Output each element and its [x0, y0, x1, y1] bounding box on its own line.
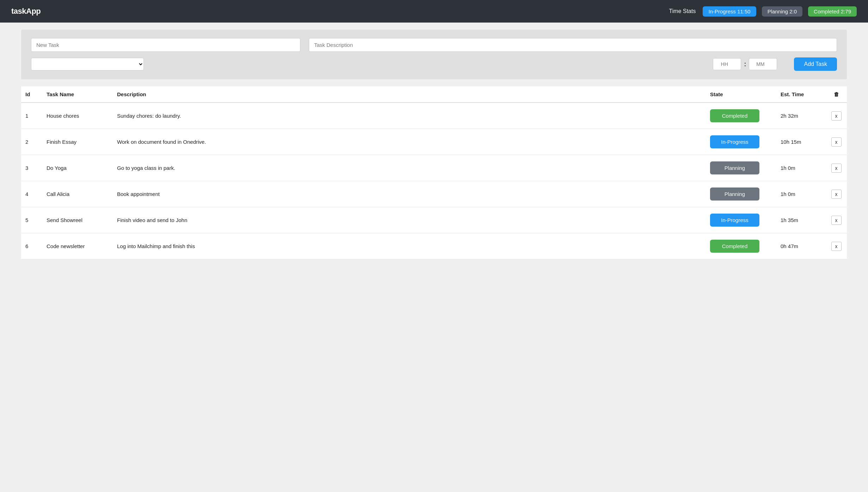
cell-time: 1h 0m	[776, 181, 826, 207]
delete-button[interactable]: x	[831, 164, 842, 173]
col-header-id: Id	[21, 86, 42, 103]
minutes-input[interactable]	[749, 58, 777, 70]
cell-time: 2h 32m	[776, 103, 826, 129]
cell-delete: x	[826, 155, 847, 181]
app-header: taskApp Time Stats In-Progress 11:50 Pla…	[0, 0, 868, 23]
task-name-input[interactable]	[31, 38, 300, 52]
table-row: 4 Call Alicia Book appointment Planning …	[21, 181, 847, 207]
cell-name: Do Yoga	[42, 155, 113, 181]
cell-desc: Log into Mailchimp and finish this	[113, 233, 706, 259]
table-row: 5 Send Showreel Finish video and send to…	[21, 207, 847, 233]
delete-button[interactable]: x	[831, 190, 842, 199]
table-row: 3 Do Yoga Go to yoga class in park. Plan…	[21, 155, 847, 181]
state-button[interactable]: Planning	[710, 187, 759, 201]
cell-delete: x	[826, 129, 847, 155]
cell-name: House chores	[42, 103, 113, 129]
cell-time: 0h 47m	[776, 233, 826, 259]
state-button[interactable]: Completed	[710, 109, 759, 122]
cell-desc: Work on document found in Onedrive.	[113, 129, 706, 155]
cell-name: Call Alicia	[42, 181, 113, 207]
stats-label: Time Stats	[669, 8, 696, 14]
cell-state: Planning	[706, 155, 776, 181]
table-row: 1 House chores Sunday chores: do laundry…	[21, 103, 847, 129]
state-button[interactable]: Completed	[710, 240, 759, 253]
completed-badge[interactable]: Completed 2:79	[808, 6, 857, 17]
header-stats: Time Stats In-Progress 11:50 Planning 2:…	[669, 6, 857, 17]
cell-time: 1h 0m	[776, 155, 826, 181]
cell-state: Completed	[706, 233, 776, 259]
hours-input[interactable]	[713, 58, 741, 70]
delete-button[interactable]: x	[831, 137, 842, 147]
inprogress-badge[interactable]: In-Progress 11:50	[703, 6, 756, 17]
cell-id: 2	[21, 129, 42, 155]
cell-time: 10h 15m	[776, 129, 826, 155]
tasks-table-container: Id Task Name Description State Est. Time…	[21, 86, 847, 259]
cell-id: 3	[21, 155, 42, 181]
state-button[interactable]: Planning	[710, 161, 759, 174]
cell-delete: x	[826, 233, 847, 259]
cell-id: 1	[21, 103, 42, 129]
cell-state: In-Progress	[706, 129, 776, 155]
add-task-button[interactable]: Add Task	[794, 57, 837, 71]
cell-id: 4	[21, 181, 42, 207]
cell-state: Planning	[706, 181, 776, 207]
table-row: 6 Code newsletter Log into Mailchimp and…	[21, 233, 847, 259]
cell-time: 1h 35m	[776, 207, 826, 233]
planning-badge[interactable]: Planning 2:0	[762, 6, 802, 17]
cell-desc: Go to yoga class in park.	[113, 155, 706, 181]
col-header-desc: Description	[113, 86, 706, 103]
cell-delete: x	[826, 103, 847, 129]
col-header-name: Task Name	[42, 86, 113, 103]
table-row: 2 Finish Essay Work on document found in…	[21, 129, 847, 155]
cell-delete: x	[826, 181, 847, 207]
cell-name: Code newsletter	[42, 233, 113, 259]
cell-name: Send Showreel	[42, 207, 113, 233]
status-select[interactable]: Planning In-Progress Completed	[31, 58, 144, 70]
col-header-state: State	[706, 86, 776, 103]
cell-id: 6	[21, 233, 42, 259]
col-header-time: Est. Time	[776, 86, 826, 103]
state-button[interactable]: In-Progress	[710, 135, 759, 148]
tasks-table: Id Task Name Description State Est. Time…	[21, 86, 847, 259]
cell-desc: Finish video and send to John	[113, 207, 706, 233]
delete-button[interactable]: x	[831, 111, 842, 121]
cell-state: In-Progress	[706, 207, 776, 233]
table-header-row: Id Task Name Description State Est. Time…	[21, 86, 847, 103]
trash-icon: 🗑	[834, 91, 839, 97]
col-header-delete: 🗑	[826, 86, 847, 103]
cell-desc: Book appointment	[113, 181, 706, 207]
time-group: :	[713, 58, 777, 70]
task-form: Planning In-Progress Completed : Add Tas…	[21, 30, 847, 79]
app-logo: taskApp	[11, 7, 41, 16]
state-button[interactable]: In-Progress	[710, 214, 759, 227]
task-desc-input[interactable]	[309, 38, 837, 52]
cell-id: 5	[21, 207, 42, 233]
cell-desc: Sunday chores: do laundry.	[113, 103, 706, 129]
cell-state: Completed	[706, 103, 776, 129]
delete-button[interactable]: x	[831, 216, 842, 225]
cell-delete: x	[826, 207, 847, 233]
time-colon: :	[744, 61, 746, 68]
delete-button[interactable]: x	[831, 242, 842, 251]
cell-name: Finish Essay	[42, 129, 113, 155]
